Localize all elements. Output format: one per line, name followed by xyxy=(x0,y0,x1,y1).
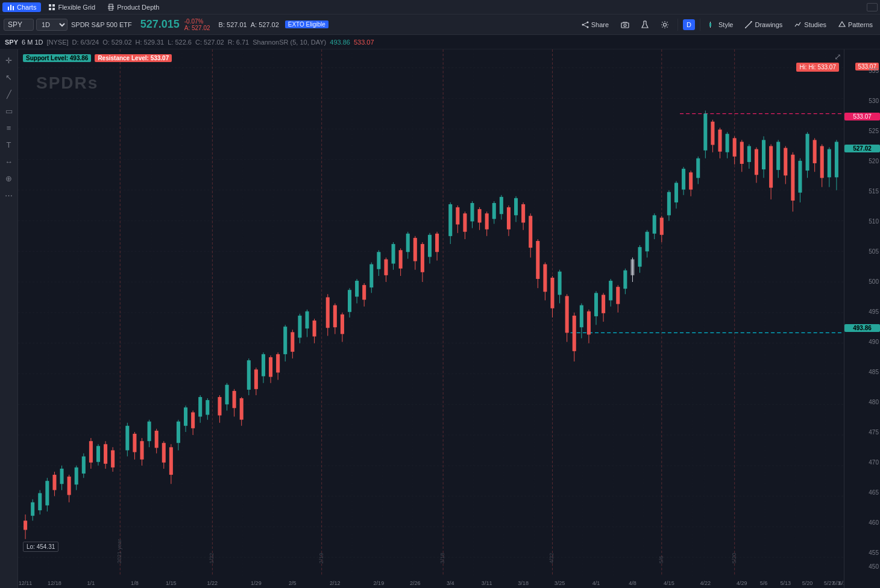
style-button[interactable]: Style xyxy=(705,19,737,30)
svg-rect-121 xyxy=(218,397,221,415)
svg-rect-187 xyxy=(470,203,474,221)
svg-rect-175 xyxy=(421,244,424,272)
timeframe-dropdown[interactable]: 1D1H15m xyxy=(36,19,68,31)
svg-rect-159 xyxy=(362,285,366,299)
svg-text:2021 year: 2021 year xyxy=(116,539,122,564)
svg-text:1/1: 1/1 xyxy=(87,580,95,586)
nav-charts[interactable]: Charts xyxy=(2,2,41,12)
studies-button[interactable]: Studies xyxy=(791,19,830,30)
svg-rect-211 xyxy=(558,272,562,295)
svg-line-14 xyxy=(583,25,587,27)
svg-rect-97 xyxy=(125,426,129,451)
svg-rect-167 xyxy=(392,244,395,264)
svg-rect-119 xyxy=(206,400,209,414)
svg-text:2/19: 2/19 xyxy=(318,553,324,564)
top-navigation: Charts Flexible Grid Product Depth xyxy=(0,0,880,14)
symbol-input[interactable] xyxy=(4,19,34,31)
chart-open: O: 529.02 xyxy=(102,39,131,46)
svg-rect-239 xyxy=(660,217,664,234)
svg-rect-191 xyxy=(485,213,489,229)
svg-rect-95 xyxy=(111,450,115,467)
date-labels: 12/11 12/18 1/1 1/8 1/15 1/22 1/29 2/5 2… xyxy=(19,580,844,586)
svg-text:1/29: 1/29 xyxy=(251,580,262,586)
price-change: -0.07% A: 527.02 xyxy=(184,18,210,31)
svg-text:4/29: 4/29 xyxy=(737,580,747,586)
nav-flexible-grid[interactable]: Flexible Grid xyxy=(43,2,100,12)
drawings-button[interactable]: Drawings xyxy=(741,19,786,30)
svg-rect-3 xyxy=(49,4,51,7)
price-485: 485 xyxy=(869,369,879,375)
price-530: 530 xyxy=(869,98,879,104)
patterns-button[interactable]: Patterns xyxy=(835,19,876,30)
svg-rect-179 xyxy=(435,234,439,252)
price-475: 475 xyxy=(869,429,879,436)
svg-rect-215 xyxy=(573,316,576,351)
share-button[interactable]: Share xyxy=(578,19,612,30)
svg-rect-271 xyxy=(776,142,780,170)
settings-button[interactable] xyxy=(657,19,673,31)
svg-rect-77 xyxy=(45,481,49,505)
cursor-tool[interactable]: ↖ xyxy=(2,70,16,84)
price-support-label: 493.86 xyxy=(844,324,880,332)
svg-point-16 xyxy=(624,24,626,27)
svg-rect-169 xyxy=(399,250,403,268)
toolbar-divider xyxy=(677,19,678,31)
svg-rect-233 xyxy=(638,247,642,267)
zoom-tool[interactable]: ⊕ xyxy=(2,171,16,186)
patterns-icon xyxy=(838,21,846,28)
snapshot-button[interactable] xyxy=(617,19,633,30)
left-toolbar: ✛ ↖ ╱ ▭ ≡ T ↔ ⊕ ⋯ xyxy=(0,49,18,588)
chart-svg: 12/11 12/18 1/1 1/8 1/15 1/22 1/29 2/5 2… xyxy=(18,49,844,588)
flask-icon xyxy=(641,20,649,29)
svg-text:2/5: 2/5 xyxy=(289,580,297,586)
chart-date: D: 6/3/24 xyxy=(72,39,99,46)
svg-rect-237 xyxy=(653,215,656,233)
lo-label: Lo: 454.31 xyxy=(23,542,58,552)
svg-rect-73 xyxy=(31,502,34,516)
svg-rect-245 xyxy=(682,169,685,190)
crosshair-tool[interactable]: ✛ xyxy=(2,53,16,67)
svg-rect-261 xyxy=(740,142,744,164)
svg-rect-277 xyxy=(798,161,802,193)
svg-rect-157 xyxy=(355,281,359,296)
svg-text:1/15: 1/15 xyxy=(166,580,177,586)
svg-rect-285 xyxy=(828,149,831,178)
zoom-icon[interactable]: ⤢ xyxy=(834,52,841,61)
svg-rect-2 xyxy=(13,6,14,10)
svg-rect-197 xyxy=(507,207,511,230)
svg-rect-5 xyxy=(49,8,51,10)
symbol-full-name: SPDR S&P 500 ETF xyxy=(71,21,132,28)
svg-rect-141 xyxy=(291,332,294,352)
trend-line-tool[interactable]: ╱ xyxy=(2,87,16,101)
hi-label: Hi: Hi: 533.07 xyxy=(796,63,839,72)
support-badge: Support Level: 493.86 xyxy=(23,54,91,62)
flask-button[interactable] xyxy=(638,19,652,31)
text-tool[interactable]: T xyxy=(2,137,16,152)
svg-rect-281 xyxy=(813,140,817,163)
svg-rect-6 xyxy=(52,8,55,10)
svg-text:1/8: 1/8 xyxy=(131,580,139,586)
rect-tool[interactable]: ▭ xyxy=(2,104,16,118)
svg-rect-213 xyxy=(565,296,569,333)
style-icon xyxy=(709,21,716,28)
d-button[interactable]: D xyxy=(683,19,695,30)
svg-rect-189 xyxy=(478,209,482,222)
chart-canvas[interactable]: SPDRs Support Level: 493.86 Resistance L… xyxy=(18,49,844,588)
svg-rect-81 xyxy=(60,469,64,484)
price-470: 470 xyxy=(869,459,879,466)
ask-label: A: 527.02 xyxy=(251,21,279,28)
svg-rect-161 xyxy=(369,264,373,288)
depth-icon xyxy=(107,4,115,11)
more-tools[interactable]: ⋯ xyxy=(2,188,16,202)
fib-tool[interactable]: ≡ xyxy=(2,120,16,135)
svg-text:3/11: 3/11 xyxy=(482,580,492,586)
price-500: 500 xyxy=(869,278,879,285)
window-control[interactable] xyxy=(867,3,878,11)
nav-product-depth[interactable]: Product Depth xyxy=(102,2,164,12)
svg-rect-127 xyxy=(240,398,244,420)
svg-text:4/22: 4/22 xyxy=(549,553,555,564)
svg-rect-183 xyxy=(456,207,459,224)
gear-icon xyxy=(661,20,669,29)
svg-rect-147 xyxy=(313,321,316,336)
measure-tool[interactable]: ↔ xyxy=(2,154,16,169)
